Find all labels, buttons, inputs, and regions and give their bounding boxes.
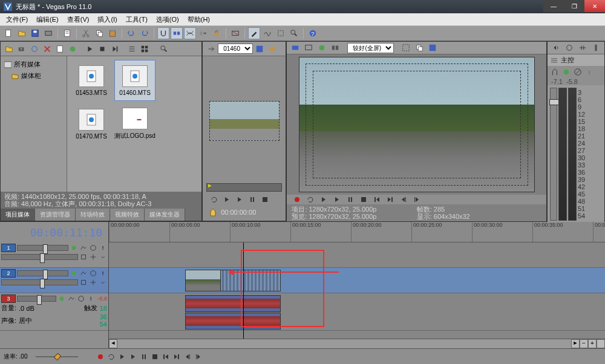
track-solo-button[interactable]: ! [87, 294, 95, 303]
save-button[interactable] [29, 27, 41, 39]
trim-pause-button[interactable] [247, 195, 258, 204]
trim-preview[interactable] [209, 101, 280, 141]
open-button[interactable] [16, 27, 28, 39]
pv-next-frame-button[interactable] [411, 195, 422, 204]
pv-save-snap-button[interactable] [427, 42, 439, 54]
undo-button[interactable] [125, 27, 137, 39]
track-automation-button[interactable] [79, 269, 88, 278]
media-fx-button[interactable] [67, 43, 79, 55]
redo-button[interactable] [139, 27, 151, 39]
copy-button[interactable] [93, 27, 105, 39]
track-more-button[interactable] [99, 253, 107, 261]
close-button[interactable]: ✕ [584, 0, 605, 12]
remove-button[interactable] [41, 43, 53, 55]
media-play-button[interactable] [83, 43, 96, 55]
preview-video[interactable] [299, 57, 535, 192]
search-button[interactable] [158, 43, 170, 55]
timeline-track-area[interactable] [109, 242, 605, 339]
track-header-video2[interactable]: 2 ! [0, 268, 108, 293]
media-props-button[interactable] [54, 43, 66, 55]
tl-loop-button[interactable] [106, 352, 117, 362]
trigger-label[interactable]: 触发 [84, 304, 97, 313]
track-lane-video2[interactable] [109, 268, 605, 293]
file-item[interactable]: 01470.MTS [71, 103, 112, 145]
timeline-timecode[interactable]: 00:00:11:10 [30, 226, 102, 239]
media-autoplay-button[interactable] [109, 43, 121, 55]
menu-tools[interactable]: 工具(T) [122, 14, 151, 25]
tl-play-button[interactable] [128, 352, 139, 362]
track-mute-button[interactable] [89, 269, 97, 278]
tl-goend-button[interactable] [171, 352, 182, 362]
trim-history-button[interactable] [205, 43, 217, 55]
audio-clip[interactable] [185, 313, 281, 330]
rate-slider[interactable] [36, 354, 78, 360]
track-lane-video1[interactable] [109, 242, 605, 268]
media-stop-button[interactable] [96, 43, 108, 55]
maximize-button[interactable]: ❐ [564, 0, 584, 12]
help-button[interactable]: ? [307, 27, 319, 39]
trim-timeline[interactable]: ▸ [206, 183, 282, 192]
view-thumbnail-button[interactable] [139, 43, 151, 55]
track-fx-button[interactable] [57, 294, 66, 303]
mixer-a-button[interactable] [550, 42, 562, 54]
lock-button[interactable] [211, 27, 223, 39]
trim-play-button[interactable] [221, 195, 232, 204]
track-motion-button[interactable] [79, 278, 88, 287]
pv-play-button[interactable] [332, 195, 342, 204]
track-automation-button[interactable] [67, 294, 76, 303]
autocrossfade-button[interactable] [184, 27, 196, 39]
tl-record-button[interactable] [95, 352, 106, 362]
master-solo-button[interactable]: ! [584, 67, 594, 77]
track-solo-button[interactable]: ! [99, 244, 107, 252]
track-lane-audio[interactable] [109, 293, 605, 331]
ripple-button[interactable] [197, 27, 209, 39]
zoom-button[interactable] [288, 27, 300, 39]
new-button[interactable] [2, 27, 15, 39]
video-clip[interactable] [185, 270, 281, 291]
pv-external-button[interactable] [302, 42, 315, 54]
tl-playstart-button[interactable] [117, 352, 128, 362]
master-fader[interactable] [550, 88, 557, 221]
menu-insert[interactable]: 插入(I) [94, 14, 120, 25]
pv-goend-button[interactable] [385, 195, 396, 204]
trim-loop-button[interactable] [209, 195, 220, 204]
trim-play2-button[interactable] [234, 195, 245, 204]
pv-split-button[interactable] [329, 42, 341, 54]
track-level-slider[interactable] [17, 245, 68, 251]
autosnap-button[interactable] [171, 27, 183, 39]
track-header-video1[interactable]: 1 ! [0, 242, 108, 268]
menu-file[interactable]: 文件(F) [2, 14, 31, 25]
pv-project-props-button[interactable] [289, 42, 301, 54]
media-tree[interactable]: 所有媒体 媒体柜 [1, 56, 67, 192]
snap-button[interactable] [157, 27, 169, 39]
mixer-fx-button[interactable] [577, 42, 589, 54]
file-item[interactable]: 01453.MTS [71, 60, 112, 101]
track-comp-button[interactable] [89, 278, 97, 287]
tl-pause-button[interactable] [139, 352, 149, 362]
menu-edit[interactable]: 编辑(E) [33, 14, 62, 25]
track-header-audio[interactable]: 3 ! -5.8 音量:.0 dB触发 18 声像:居中 3654 [0, 293, 108, 331]
pv-record-button[interactable] [292, 195, 302, 204]
normal-edit-button[interactable] [248, 27, 260, 39]
pv-fx-button[interactable] [316, 42, 328, 54]
master-fx-button[interactable] [561, 67, 571, 77]
trim-clip-select[interactable]: 01460 [218, 44, 253, 54]
track-solo-button[interactable]: ! [99, 269, 107, 278]
ignore-events-button[interactable] [229, 27, 241, 39]
menu-help[interactable]: 帮助(H) [184, 14, 214, 25]
track-mute-button[interactable] [77, 294, 85, 303]
render-button[interactable] [42, 27, 54, 39]
track-mute-button[interactable] [89, 244, 97, 252]
track-automation-button[interactable] [79, 244, 88, 252]
master-mute-button[interactable] [573, 67, 583, 77]
track-fx-button[interactable] [70, 269, 78, 278]
track-more-button[interactable] [99, 278, 107, 287]
pv-playstart-button[interactable] [318, 195, 329, 204]
track-comp-slider[interactable] [1, 254, 78, 260]
track-fx-button[interactable] [70, 244, 78, 252]
tab-project-media[interactable]: 项目媒体 [1, 209, 35, 221]
trim-save-button[interactable] [253, 43, 266, 55]
select-button[interactable] [275, 27, 287, 39]
file-item[interactable]: ▬测试LOGO.psd [114, 103, 155, 145]
mixer-props-button[interactable] [590, 42, 602, 54]
